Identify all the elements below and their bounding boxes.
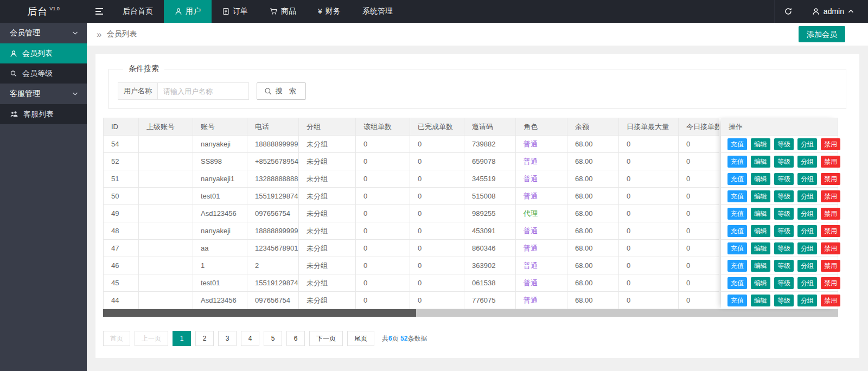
action-edit-button[interactable]: 编辑 [751, 260, 770, 272]
table-cell: 68.00 [567, 188, 619, 205]
action-edit-button[interactable]: 编辑 [751, 190, 770, 202]
action-recharge-button[interactable]: 充值 [727, 242, 747, 254]
sidebar-item-member-level[interactable]: 会员等级 [0, 63, 87, 84]
page-number-button[interactable]: 4 [241, 331, 259, 346]
action-disable-button[interactable]: 禁用 [821, 173, 840, 185]
action-group-button[interactable]: 分组 [797, 260, 817, 272]
action-edit-button[interactable]: 编辑 [751, 138, 770, 150]
action-level-button[interactable]: 等级 [774, 173, 794, 185]
nav-goods[interactable]: 商品 [259, 0, 307, 23]
action-disable-button[interactable]: 禁用 [821, 208, 840, 220]
action-level-button[interactable]: 等级 [774, 208, 794, 220]
table-cell: 0 [619, 205, 679, 222]
action-disable-button[interactable]: 禁用 [821, 277, 840, 289]
sidebar-group-service[interactable]: 客服管理 [0, 84, 87, 104]
table-cell: 0 [410, 188, 464, 205]
action-group-button[interactable]: 分组 [797, 190, 817, 202]
search-button[interactable]: 搜 索 [257, 82, 306, 100]
refresh-icon[interactable] [774, 0, 802, 23]
action-group-button[interactable]: 分组 [797, 242, 817, 254]
action-recharge-button[interactable]: 充值 [727, 277, 747, 289]
actions-cell: 充值编辑等级分组禁用 [721, 153, 838, 170]
page-next-button[interactable]: 下一页 [309, 331, 343, 346]
actions-cell: 充值编辑等级分组禁用 [721, 205, 838, 222]
action-edit-button[interactable]: 编辑 [751, 277, 770, 289]
page-prev-button[interactable]: 上一页 [135, 331, 168, 346]
action-recharge-button[interactable]: 充值 [727, 156, 747, 168]
action-group-button[interactable]: 分组 [797, 295, 817, 306]
action-edit-button[interactable]: 编辑 [751, 295, 770, 306]
chevron-down-icon [72, 31, 78, 35]
action-recharge-button[interactable]: 充值 [727, 260, 747, 272]
action-group-button[interactable]: 分组 [797, 138, 817, 150]
action-disable-button[interactable]: 禁用 [821, 260, 840, 272]
table-cell: 0 [679, 153, 719, 170]
table-cell: 12345678901 [247, 240, 299, 257]
action-edit-button[interactable]: 编辑 [751, 225, 770, 237]
table-cell: 18888899999 [247, 136, 299, 153]
sidebar-item-member-list[interactable]: 会员列表 [0, 43, 87, 63]
account-menu[interactable]: admin [802, 7, 868, 16]
member-level-icon [10, 70, 17, 78]
nav-users[interactable]: 用户 [164, 0, 212, 23]
menu-toggle-icon[interactable] [87, 0, 112, 23]
page-number-button[interactable]: 5 [264, 331, 282, 346]
action-group-button[interactable]: 分组 [797, 225, 817, 237]
scrollbar-thumb[interactable] [103, 309, 416, 317]
table-cell: nanyakeji [193, 136, 247, 153]
table-cell: 097656754 [247, 205, 299, 222]
table-cell: 普通 [516, 188, 567, 205]
sidebar-item-service-list[interactable]: 客服列表 [0, 104, 87, 124]
action-group-button[interactable]: 分组 [797, 208, 817, 220]
action-group-button[interactable]: 分组 [797, 277, 817, 289]
action-edit-button[interactable]: 编辑 [751, 242, 770, 254]
action-edit-button[interactable]: 编辑 [751, 156, 770, 168]
action-recharge-button[interactable]: 充值 [727, 295, 747, 306]
add-member-button[interactable]: 添加会员 [799, 26, 845, 42]
nav-finance[interactable]: ¥ 财务 [307, 0, 352, 23]
table-cell: 0 [356, 170, 410, 188]
action-recharge-button[interactable]: 充值 [727, 190, 747, 202]
page-first-button[interactable]: 首页 [103, 331, 130, 346]
action-level-button[interactable]: 等级 [774, 277, 794, 289]
action-level-button[interactable]: 等级 [774, 295, 794, 306]
action-recharge-button[interactable]: 充值 [727, 138, 747, 150]
action-level-button[interactable]: 等级 [774, 225, 794, 237]
action-disable-button[interactable]: 禁用 [821, 295, 840, 306]
sidebar-group-member[interactable]: 会员管理 [0, 23, 87, 43]
action-disable-button[interactable]: 禁用 [821, 156, 840, 168]
column-header: 邀请码 [464, 118, 516, 136]
page-number-button[interactable]: 6 [286, 331, 305, 346]
nav-home[interactable]: 后台首页 [112, 0, 164, 23]
action-recharge-button[interactable]: 充值 [727, 173, 747, 185]
column-header: ID [104, 118, 139, 136]
horizontal-scrollbar[interactable] [103, 309, 838, 317]
action-level-button[interactable]: 等级 [774, 242, 794, 254]
nav-system[interactable]: 系统管理 [352, 0, 404, 23]
page-number-button[interactable]: 2 [195, 331, 214, 346]
action-disable-button[interactable]: 禁用 [821, 225, 840, 237]
page-last-button[interactable]: 尾页 [347, 331, 374, 346]
action-disable-button[interactable]: 禁用 [821, 138, 840, 150]
action-edit-button[interactable]: 编辑 [751, 173, 770, 185]
table-cell: 普通 [516, 274, 567, 292]
table-cell: 0 [410, 257, 464, 274]
table-cell: 未分组 [299, 292, 356, 309]
username-input[interactable] [158, 82, 249, 100]
action-recharge-button[interactable]: 充值 [727, 225, 747, 237]
action-level-button[interactable]: 等级 [774, 190, 794, 202]
action-level-button[interactable]: 等级 [774, 156, 794, 168]
action-disable-button[interactable]: 禁用 [821, 242, 840, 254]
page-number-button[interactable]: 1 [173, 331, 191, 346]
action-disable-button[interactable]: 禁用 [821, 190, 840, 202]
action-group-button[interactable]: 分组 [797, 156, 817, 168]
page-number-button[interactable]: 3 [218, 331, 237, 346]
action-recharge-button[interactable]: 充值 [727, 208, 747, 220]
action-group-button[interactable]: 分组 [797, 173, 817, 185]
action-level-button[interactable]: 等级 [774, 138, 794, 150]
action-edit-button[interactable]: 编辑 [751, 208, 770, 220]
action-level-button[interactable]: 等级 [774, 260, 794, 272]
nav-orders[interactable]: 订单 [212, 0, 259, 23]
table-cell: 0 [679, 188, 719, 205]
cart-icon [270, 8, 278, 15]
